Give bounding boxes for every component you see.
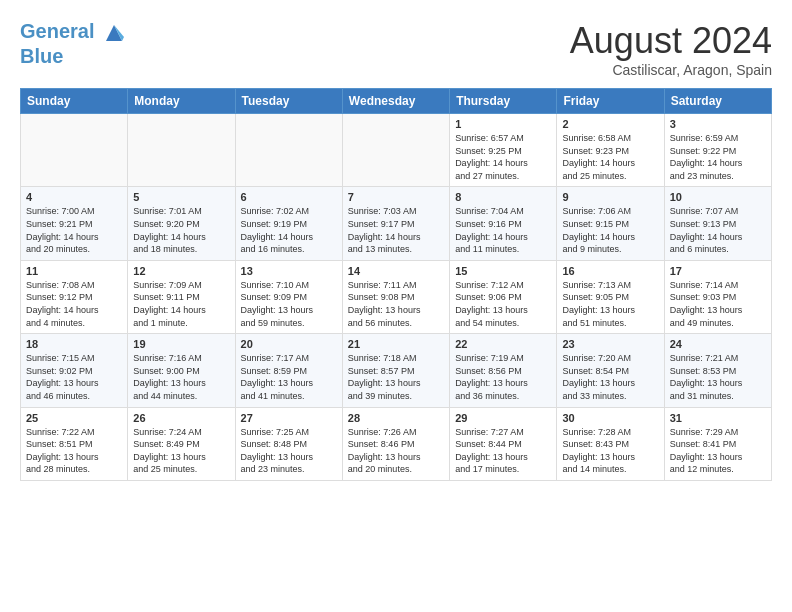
calendar-day: 24Sunrise: 7:21 AM Sunset: 8:53 PM Dayli… [664,334,771,407]
day-number: 26 [133,412,229,424]
logo: General Blue [20,20,126,67]
calendar-day [21,114,128,187]
day-number: 23 [562,338,658,350]
calendar-header-row: SundayMondayTuesdayWednesdayThursdayFrid… [21,89,772,114]
day-info: Sunrise: 7:00 AM Sunset: 9:21 PM Dayligh… [26,205,122,255]
calendar-day: 5Sunrise: 7:01 AM Sunset: 9:20 PM Daylig… [128,187,235,260]
calendar-day: 11Sunrise: 7:08 AM Sunset: 9:12 PM Dayli… [21,260,128,333]
day-number: 19 [133,338,229,350]
day-number: 22 [455,338,551,350]
calendar-day: 8Sunrise: 7:04 AM Sunset: 9:16 PM Daylig… [450,187,557,260]
day-number: 29 [455,412,551,424]
month-title: August 2024 [570,20,772,62]
day-header-saturday: Saturday [664,89,771,114]
day-info: Sunrise: 7:13 AM Sunset: 9:05 PM Dayligh… [562,279,658,329]
calendar-day [128,114,235,187]
day-info: Sunrise: 7:29 AM Sunset: 8:41 PM Dayligh… [670,426,766,476]
day-info: Sunrise: 7:21 AM Sunset: 8:53 PM Dayligh… [670,352,766,402]
calendar-day: 17Sunrise: 7:14 AM Sunset: 9:03 PM Dayli… [664,260,771,333]
calendar-day: 20Sunrise: 7:17 AM Sunset: 8:59 PM Dayli… [235,334,342,407]
day-number: 13 [241,265,337,277]
day-info: Sunrise: 7:12 AM Sunset: 9:06 PM Dayligh… [455,279,551,329]
calendar-day: 31Sunrise: 7:29 AM Sunset: 8:41 PM Dayli… [664,407,771,480]
day-number: 10 [670,191,766,203]
day-number: 3 [670,118,766,130]
calendar-day: 28Sunrise: 7:26 AM Sunset: 8:46 PM Dayli… [342,407,449,480]
calendar-day: 18Sunrise: 7:15 AM Sunset: 9:02 PM Dayli… [21,334,128,407]
day-info: Sunrise: 7:25 AM Sunset: 8:48 PM Dayligh… [241,426,337,476]
day-number: 17 [670,265,766,277]
calendar-day: 15Sunrise: 7:12 AM Sunset: 9:06 PM Dayli… [450,260,557,333]
day-info: Sunrise: 7:14 AM Sunset: 9:03 PM Dayligh… [670,279,766,329]
calendar-day [342,114,449,187]
day-number: 4 [26,191,122,203]
day-info: Sunrise: 7:08 AM Sunset: 9:12 PM Dayligh… [26,279,122,329]
day-number: 18 [26,338,122,350]
day-number: 12 [133,265,229,277]
day-header-tuesday: Tuesday [235,89,342,114]
day-info: Sunrise: 6:58 AM Sunset: 9:23 PM Dayligh… [562,132,658,182]
day-number: 2 [562,118,658,130]
page-header: General Blue August 2024 Castiliscar, Ar… [20,20,772,78]
day-number: 5 [133,191,229,203]
day-number: 6 [241,191,337,203]
calendar-week-4: 18Sunrise: 7:15 AM Sunset: 9:02 PM Dayli… [21,334,772,407]
day-number: 7 [348,191,444,203]
logo-blue-text: Blue [20,45,126,67]
day-number: 31 [670,412,766,424]
calendar-day: 22Sunrise: 7:19 AM Sunset: 8:56 PM Dayli… [450,334,557,407]
day-number: 16 [562,265,658,277]
day-info: Sunrise: 7:10 AM Sunset: 9:09 PM Dayligh… [241,279,337,329]
day-info: Sunrise: 7:24 AM Sunset: 8:49 PM Dayligh… [133,426,229,476]
day-info: Sunrise: 7:20 AM Sunset: 8:54 PM Dayligh… [562,352,658,402]
day-header-thursday: Thursday [450,89,557,114]
logo-text: General [20,20,126,45]
calendar-day: 7Sunrise: 7:03 AM Sunset: 9:17 PM Daylig… [342,187,449,260]
calendar-day: 21Sunrise: 7:18 AM Sunset: 8:57 PM Dayli… [342,334,449,407]
calendar-day: 26Sunrise: 7:24 AM Sunset: 8:49 PM Dayli… [128,407,235,480]
day-number: 15 [455,265,551,277]
day-number: 25 [26,412,122,424]
day-info: Sunrise: 7:07 AM Sunset: 9:13 PM Dayligh… [670,205,766,255]
calendar-day: 16Sunrise: 7:13 AM Sunset: 9:05 PM Dayli… [557,260,664,333]
calendar-day: 23Sunrise: 7:20 AM Sunset: 8:54 PM Dayli… [557,334,664,407]
day-number: 20 [241,338,337,350]
day-header-wednesday: Wednesday [342,89,449,114]
day-info: Sunrise: 7:28 AM Sunset: 8:43 PM Dayligh… [562,426,658,476]
day-header-monday: Monday [128,89,235,114]
day-info: Sunrise: 7:04 AM Sunset: 9:16 PM Dayligh… [455,205,551,255]
day-number: 1 [455,118,551,130]
calendar-week-1: 1Sunrise: 6:57 AM Sunset: 9:25 PM Daylig… [21,114,772,187]
calendar-day: 12Sunrise: 7:09 AM Sunset: 9:11 PM Dayli… [128,260,235,333]
day-number: 24 [670,338,766,350]
calendar-day: 1Sunrise: 6:57 AM Sunset: 9:25 PM Daylig… [450,114,557,187]
day-info: Sunrise: 7:18 AM Sunset: 8:57 PM Dayligh… [348,352,444,402]
calendar-week-2: 4Sunrise: 7:00 AM Sunset: 9:21 PM Daylig… [21,187,772,260]
day-info: Sunrise: 7:17 AM Sunset: 8:59 PM Dayligh… [241,352,337,402]
calendar-week-3: 11Sunrise: 7:08 AM Sunset: 9:12 PM Dayli… [21,260,772,333]
day-number: 8 [455,191,551,203]
day-number: 14 [348,265,444,277]
day-number: 27 [241,412,337,424]
calendar-day: 10Sunrise: 7:07 AM Sunset: 9:13 PM Dayli… [664,187,771,260]
day-info: Sunrise: 6:59 AM Sunset: 9:22 PM Dayligh… [670,132,766,182]
day-info: Sunrise: 7:16 AM Sunset: 9:00 PM Dayligh… [133,352,229,402]
day-number: 28 [348,412,444,424]
day-info: Sunrise: 7:27 AM Sunset: 8:44 PM Dayligh… [455,426,551,476]
day-info: Sunrise: 7:06 AM Sunset: 9:15 PM Dayligh… [562,205,658,255]
day-info: Sunrise: 7:22 AM Sunset: 8:51 PM Dayligh… [26,426,122,476]
calendar-week-5: 25Sunrise: 7:22 AM Sunset: 8:51 PM Dayli… [21,407,772,480]
calendar-table: SundayMondayTuesdayWednesdayThursdayFrid… [20,88,772,481]
day-number: 9 [562,191,658,203]
day-number: 30 [562,412,658,424]
calendar-day: 19Sunrise: 7:16 AM Sunset: 9:00 PM Dayli… [128,334,235,407]
day-info: Sunrise: 7:01 AM Sunset: 9:20 PM Dayligh… [133,205,229,255]
calendar-day: 25Sunrise: 7:22 AM Sunset: 8:51 PM Dayli… [21,407,128,480]
calendar-day: 29Sunrise: 7:27 AM Sunset: 8:44 PM Dayli… [450,407,557,480]
day-info: Sunrise: 7:11 AM Sunset: 9:08 PM Dayligh… [348,279,444,329]
day-number: 21 [348,338,444,350]
day-info: Sunrise: 7:02 AM Sunset: 9:19 PM Dayligh… [241,205,337,255]
day-header-friday: Friday [557,89,664,114]
calendar-day: 27Sunrise: 7:25 AM Sunset: 8:48 PM Dayli… [235,407,342,480]
logo-icon [102,21,126,45]
